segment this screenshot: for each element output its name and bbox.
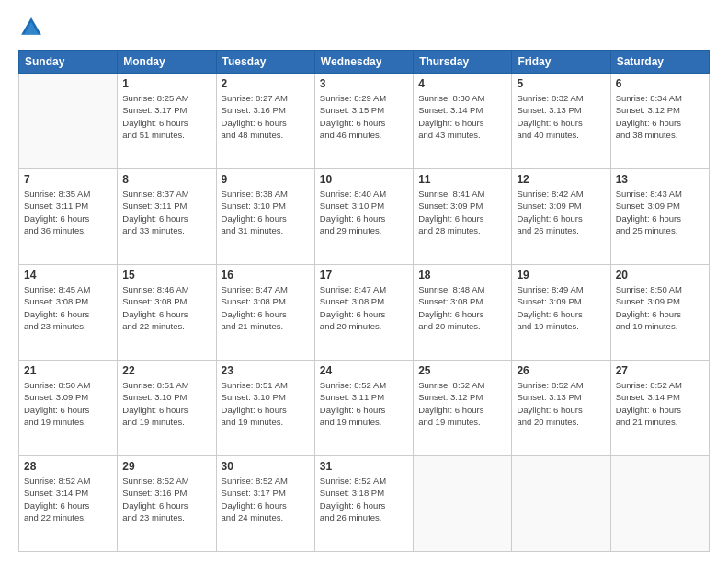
- calendar-cell: 25Sunrise: 8:52 AM Sunset: 3:12 PM Dayli…: [414, 361, 512, 456]
- calendar-week-row: 14Sunrise: 8:45 AM Sunset: 3:08 PM Dayli…: [19, 265, 710, 361]
- day-number: 7: [24, 173, 112, 186]
- day-info: Sunrise: 8:52 AM Sunset: 3:14 PM Dayligh…: [24, 475, 112, 523]
- page: SundayMondayTuesdayWednesdayThursdayFrid…: [0, 0, 728, 563]
- calendar-cell: 8Sunrise: 8:37 AM Sunset: 3:11 PM Daylig…: [118, 169, 216, 265]
- day-number: 17: [320, 269, 408, 282]
- day-info: Sunrise: 8:51 AM Sunset: 3:10 PM Dayligh…: [122, 379, 210, 428]
- day-info: Sunrise: 8:52 AM Sunset: 3:13 PM Dayligh…: [517, 379, 605, 428]
- day-info: Sunrise: 8:52 AM Sunset: 3:17 PM Dayligh…: [222, 475, 310, 523]
- day-number: 2: [222, 77, 310, 90]
- day-number: 31: [320, 460, 408, 473]
- day-info: Sunrise: 8:35 AM Sunset: 3:11 PM Dayligh…: [24, 188, 112, 236]
- day-number: 12: [517, 173, 605, 186]
- day-info: Sunrise: 8:47 AM Sunset: 3:08 PM Dayligh…: [320, 283, 408, 332]
- day-info: Sunrise: 8:52 AM Sunset: 3:16 PM Dayligh…: [122, 475, 210, 523]
- calendar-cell: 28Sunrise: 8:52 AM Sunset: 3:14 PM Dayli…: [19, 456, 118, 552]
- calendar-week-row: 7Sunrise: 8:35 AM Sunset: 3:11 PM Daylig…: [19, 169, 710, 265]
- day-info: Sunrise: 8:41 AM Sunset: 3:09 PM Dayligh…: [418, 188, 506, 236]
- calendar-cell: 22Sunrise: 8:51 AM Sunset: 3:10 PM Dayli…: [118, 361, 216, 456]
- day-number: 6: [616, 77, 704, 90]
- calendar-table: SundayMondayTuesdayWednesdayThursdayFrid…: [18, 50, 710, 552]
- day-number: 16: [222, 269, 310, 282]
- calendar-cell: 4Sunrise: 8:30 AM Sunset: 3:14 PM Daylig…: [414, 74, 512, 169]
- calendar-cell: 12Sunrise: 8:42 AM Sunset: 3:09 PM Dayli…: [512, 169, 610, 265]
- day-info: Sunrise: 8:29 AM Sunset: 3:15 PM Dayligh…: [320, 92, 408, 141]
- day-info: Sunrise: 8:34 AM Sunset: 3:12 PM Dayligh…: [616, 92, 704, 141]
- day-info: Sunrise: 8:49 AM Sunset: 3:09 PM Dayligh…: [517, 283, 605, 332]
- day-info: Sunrise: 8:48 AM Sunset: 3:08 PM Dayligh…: [418, 283, 506, 332]
- calendar-header-wednesday: Wednesday: [314, 51, 413, 74]
- day-number: 9: [222, 173, 310, 186]
- day-info: Sunrise: 8:30 AM Sunset: 3:14 PM Dayligh…: [418, 92, 506, 141]
- day-info: Sunrise: 8:37 AM Sunset: 3:11 PM Dayligh…: [122, 188, 210, 236]
- calendar-cell: 6Sunrise: 8:34 AM Sunset: 3:12 PM Daylig…: [610, 74, 709, 169]
- calendar-cell: 5Sunrise: 8:32 AM Sunset: 3:13 PM Daylig…: [512, 74, 610, 169]
- day-number: 25: [418, 364, 506, 377]
- calendar-cell: 24Sunrise: 8:52 AM Sunset: 3:11 PM Dayli…: [314, 361, 413, 456]
- calendar-cell: 11Sunrise: 8:41 AM Sunset: 3:09 PM Dayli…: [414, 169, 512, 265]
- day-info: Sunrise: 8:43 AM Sunset: 3:09 PM Dayligh…: [616, 188, 704, 236]
- logo: [18, 15, 48, 40]
- calendar-header-thursday: Thursday: [414, 51, 512, 74]
- day-info: Sunrise: 8:45 AM Sunset: 3:08 PM Dayligh…: [24, 283, 112, 332]
- day-info: Sunrise: 8:40 AM Sunset: 3:10 PM Dayligh…: [320, 188, 408, 236]
- calendar-cell: [512, 456, 610, 552]
- day-number: 21: [24, 364, 112, 377]
- calendar-week-row: 28Sunrise: 8:52 AM Sunset: 3:14 PM Dayli…: [19, 456, 710, 552]
- calendar-cell: 21Sunrise: 8:50 AM Sunset: 3:09 PM Dayli…: [19, 361, 118, 456]
- day-info: Sunrise: 8:32 AM Sunset: 3:13 PM Dayligh…: [517, 92, 605, 141]
- day-info: Sunrise: 8:25 AM Sunset: 3:17 PM Dayligh…: [122, 92, 210, 141]
- calendar-cell: 1Sunrise: 8:25 AM Sunset: 3:17 PM Daylig…: [118, 74, 216, 169]
- day-number: 3: [320, 77, 408, 90]
- day-number: 30: [222, 460, 310, 473]
- day-number: 19: [517, 269, 605, 282]
- day-info: Sunrise: 8:52 AM Sunset: 3:12 PM Dayligh…: [418, 379, 506, 428]
- calendar-cell: 17Sunrise: 8:47 AM Sunset: 3:08 PM Dayli…: [314, 265, 413, 361]
- day-number: 13: [616, 173, 704, 186]
- day-info: Sunrise: 8:52 AM Sunset: 3:11 PM Dayligh…: [320, 379, 408, 428]
- calendar-cell: 13Sunrise: 8:43 AM Sunset: 3:09 PM Dayli…: [610, 169, 709, 265]
- day-info: Sunrise: 8:46 AM Sunset: 3:08 PM Dayligh…: [122, 283, 210, 332]
- day-number: 29: [122, 460, 210, 473]
- calendar-cell: 16Sunrise: 8:47 AM Sunset: 3:08 PM Dayli…: [216, 265, 314, 361]
- day-info: Sunrise: 8:52 AM Sunset: 3:14 PM Dayligh…: [616, 379, 704, 428]
- calendar-cell: 15Sunrise: 8:46 AM Sunset: 3:08 PM Dayli…: [118, 265, 216, 361]
- day-number: 4: [418, 77, 506, 90]
- calendar-cell: 3Sunrise: 8:29 AM Sunset: 3:15 PM Daylig…: [314, 74, 413, 169]
- header: [18, 15, 710, 40]
- day-number: 27: [616, 364, 704, 377]
- day-number: 8: [122, 173, 210, 186]
- calendar-week-row: 1Sunrise: 8:25 AM Sunset: 3:17 PM Daylig…: [19, 74, 710, 169]
- day-info: Sunrise: 8:27 AM Sunset: 3:16 PM Dayligh…: [222, 92, 310, 141]
- calendar-cell: 19Sunrise: 8:49 AM Sunset: 3:09 PM Dayli…: [512, 265, 610, 361]
- calendar-cell: 18Sunrise: 8:48 AM Sunset: 3:08 PM Dayli…: [414, 265, 512, 361]
- day-info: Sunrise: 8:50 AM Sunset: 3:09 PM Dayligh…: [616, 283, 704, 332]
- calendar-cell: 31Sunrise: 8:52 AM Sunset: 3:18 PM Dayli…: [314, 456, 413, 552]
- calendar-header-row: SundayMondayTuesdayWednesdayThursdayFrid…: [19, 51, 710, 74]
- day-info: Sunrise: 8:38 AM Sunset: 3:10 PM Dayligh…: [222, 188, 310, 236]
- logo-icon: [18, 15, 44, 40]
- day-number: 11: [418, 173, 506, 186]
- calendar-cell: 20Sunrise: 8:50 AM Sunset: 3:09 PM Dayli…: [610, 265, 709, 361]
- calendar-header-sunday: Sunday: [19, 51, 118, 74]
- calendar-cell: [610, 456, 709, 552]
- day-info: Sunrise: 8:50 AM Sunset: 3:09 PM Dayligh…: [24, 379, 112, 428]
- calendar-header-monday: Monday: [118, 51, 216, 74]
- day-number: 20: [616, 269, 704, 282]
- calendar-cell: [19, 74, 118, 169]
- calendar-cell: 30Sunrise: 8:52 AM Sunset: 3:17 PM Dayli…: [216, 456, 314, 552]
- day-number: 1: [122, 77, 210, 90]
- day-number: 15: [122, 269, 210, 282]
- calendar-cell: 26Sunrise: 8:52 AM Sunset: 3:13 PM Dayli…: [512, 361, 610, 456]
- calendar-cell: 14Sunrise: 8:45 AM Sunset: 3:08 PM Dayli…: [19, 265, 118, 361]
- day-number: 23: [222, 364, 310, 377]
- calendar-header-tuesday: Tuesday: [216, 51, 314, 74]
- calendar-cell: 29Sunrise: 8:52 AM Sunset: 3:16 PM Dayli…: [118, 456, 216, 552]
- calendar-cell: 10Sunrise: 8:40 AM Sunset: 3:10 PM Dayli…: [314, 169, 413, 265]
- calendar-header-friday: Friday: [512, 51, 610, 74]
- calendar-week-row: 21Sunrise: 8:50 AM Sunset: 3:09 PM Dayli…: [19, 361, 710, 456]
- calendar-cell: 9Sunrise: 8:38 AM Sunset: 3:10 PM Daylig…: [216, 169, 314, 265]
- calendar-cell: 7Sunrise: 8:35 AM Sunset: 3:11 PM Daylig…: [19, 169, 118, 265]
- day-info: Sunrise: 8:51 AM Sunset: 3:10 PM Dayligh…: [222, 379, 310, 428]
- day-number: 24: [320, 364, 408, 377]
